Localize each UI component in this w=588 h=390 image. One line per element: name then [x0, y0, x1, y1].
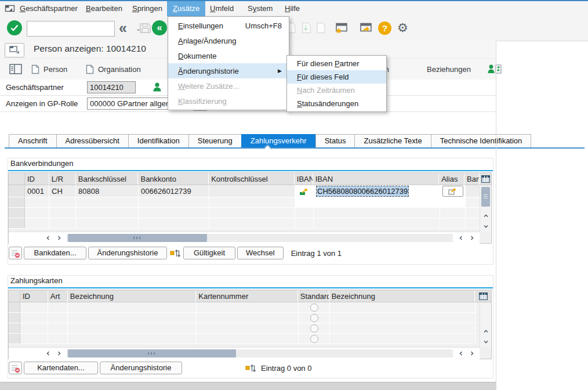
- bank-vertical-scrollbar[interactable]: [480, 186, 491, 232]
- menu-item-anlage-aenderung[interactable]: Anlage/Änderung: [168, 33, 289, 48]
- tab-zahlungsverkehr[interactable]: Zahlungsverkehr: [241, 134, 316, 148]
- beziehungen-button[interactable]: Beziehungen: [427, 59, 471, 80]
- command-field[interactable]: ⌄: [27, 21, 115, 37]
- compare-icon[interactable]: [244, 362, 257, 374]
- back-icon[interactable]: «: [119, 20, 127, 36]
- card-col-id[interactable]: ID: [20, 290, 48, 302]
- scroll-right-icon[interactable]: [53, 348, 64, 359]
- scroll-right-icon[interactable]: [466, 348, 477, 359]
- menu-item-einstellungen[interactable]: Einstellungen Umsch+F8: [168, 18, 289, 33]
- new-session-icon[interactable]: [335, 23, 348, 34]
- scroll-up-icon[interactable]: [480, 211, 491, 221]
- menu-geschaeftspartner[interactable]: Geschäftspartner: [20, 1, 78, 16]
- aenderungshistorie-button[interactable]: Änderungshistorie: [88, 247, 167, 259]
- scrollbar-thumb[interactable]: [68, 349, 236, 358]
- scroll-left-icon[interactable]: [42, 348, 53, 359]
- cell-bankschluessel[interactable]: 80808: [76, 185, 139, 197]
- bank-col-alias[interactable]: Alias: [439, 173, 464, 185]
- locator-toggle-button[interactable]: [9, 59, 22, 80]
- cell-lr[interactable]: CH: [49, 185, 76, 197]
- cell-id[interactable]: 0001: [25, 185, 49, 197]
- row-selector[interactable]: [9, 302, 20, 313]
- aenderungshistorie-button[interactable]: Änderungshistorie: [100, 362, 182, 374]
- help-icon[interactable]: ?: [378, 21, 391, 35]
- row-selector[interactable]: [9, 323, 20, 334]
- tab-status[interactable]: Status: [315, 134, 355, 148]
- gueltigkeit-button[interactable]: Gültigkeit: [183, 247, 235, 259]
- card-col-bezeichnung[interactable]: Bezeichnung: [68, 290, 196, 302]
- row-selector[interactable]: [9, 313, 20, 323]
- submenu-item-fuer-diesen-partner[interactable]: Für diesen Partner: [287, 57, 386, 70]
- menu-item-aenderungshistorie[interactable]: Änderungshistorie ▶: [168, 63, 289, 78]
- services-menu-button[interactable]: [5, 43, 24, 57]
- tab-identifikation[interactable]: Identifikation: [128, 134, 189, 148]
- card-col-kartennummer[interactable]: Kartennummer: [196, 290, 298, 302]
- tab-technische-identifikation[interactable]: Technische Identifikation: [431, 134, 532, 148]
- switch-partner-icon[interactable]: [487, 59, 502, 80]
- cell-iban[interactable]: CH5680808006626012739: [314, 185, 440, 197]
- tab-adressuebersicht[interactable]: Adressübersicht: [56, 134, 129, 148]
- menu-umfeld[interactable]: Umfeld: [210, 1, 234, 16]
- compare-icon[interactable]: [169, 247, 182, 259]
- scrollbar-track[interactable]: [67, 349, 453, 358]
- delete-row-button[interactable]: [9, 247, 22, 259]
- submenu-item-fuer-dieses-feld[interactable]: Für dieses Feld: [287, 70, 386, 84]
- scroll-left-icon[interactable]: [455, 348, 466, 359]
- customize-icon[interactable]: ⚙: [397, 21, 408, 35]
- iban-display-button[interactable]: [295, 185, 314, 197]
- cell-bankkonto[interactable]: 006626012739: [139, 185, 209, 197]
- scroll-right-icon[interactable]: [466, 233, 477, 243]
- card-col-standard[interactable]: Standard: [298, 290, 329, 302]
- card-vertical-scrollbar[interactable]: [480, 303, 491, 347]
- alias-button[interactable]: [442, 186, 463, 197]
- card-horizontal-scrollbar[interactable]: [9, 347, 480, 359]
- wechsel-button[interactable]: Wechsel: [237, 247, 284, 259]
- session-menu-icon[interactable]: [5, 4, 16, 13]
- scrollbar-track[interactable]: [67, 234, 453, 242]
- scroll-down-icon[interactable]: [480, 221, 491, 232]
- bank-col-iban-icon[interactable]: IBAN: [295, 173, 313, 185]
- cell-kontrollschluessel[interactable]: [209, 185, 295, 197]
- bank-col-lr[interactable]: L/R: [49, 173, 76, 185]
- organisation-button[interactable]: Organisation: [86, 59, 141, 80]
- menu-item-dokumente[interactable]: Dokumente: [168, 48, 289, 63]
- tab-zusaetzliche-texte[interactable]: Zusätzliche Texte: [354, 134, 431, 148]
- alias-cell[interactable]: [440, 185, 466, 197]
- table-settings-icon[interactable]: [480, 173, 491, 185]
- command-input[interactable]: [27, 22, 133, 35]
- scroll-left-icon[interactable]: [455, 233, 466, 243]
- menu-bearbeiten[interactable]: Bearbeiten: [86, 1, 122, 16]
- partner-number-field[interactable]: 10014210: [87, 81, 136, 93]
- scroll-up-icon[interactable]: [480, 326, 491, 337]
- scrollbar-thumb[interactable]: [481, 187, 490, 207]
- scroll-left-icon[interactable]: [42, 233, 53, 243]
- card-col-bezeichnung2[interactable]: Bezeichnung: [329, 290, 475, 302]
- bankdaten-button[interactable]: Bankdaten...: [24, 247, 86, 259]
- menu-hilfe[interactable]: Hilfe: [285, 1, 300, 16]
- iban-value-selected[interactable]: CH5680808006626012739: [316, 186, 409, 197]
- row-selector[interactable]: [9, 197, 25, 208]
- row-selector[interactable]: [9, 185, 25, 197]
- menu-zusaetze[interactable]: Zusätze: [167, 1, 205, 16]
- scroll-right-icon[interactable]: [53, 233, 64, 243]
- enter-button[interactable]: [7, 20, 22, 35]
- menu-springen[interactable]: Springen: [132, 1, 162, 16]
- person-button[interactable]: Person: [31, 59, 67, 80]
- scroll-down-icon[interactable]: [480, 337, 491, 347]
- card-col-art[interactable]: Art: [48, 290, 68, 302]
- bank-table-row[interactable]: 0001 CH 80808 006626012739 CH56808080066…: [9, 185, 491, 197]
- table-settings-icon[interactable]: [475, 290, 491, 302]
- row-selector[interactable]: [9, 218, 25, 229]
- submenu-item-statusaenderungen[interactable]: Statusänderungen: [287, 97, 386, 110]
- bank-col-bankkonto[interactable]: Bankkonto: [138, 173, 209, 185]
- bank-col-bankschluessel[interactable]: Bankschlüssel: [76, 173, 139, 185]
- bank-col-id[interactable]: ID: [25, 173, 49, 185]
- bank-horizontal-scrollbar[interactable]: [9, 232, 480, 244]
- bank-col-iban[interactable]: IBAN: [313, 173, 439, 185]
- row-selector[interactable]: [9, 208, 25, 218]
- bank-col-bank[interactable]: Bank: [464, 173, 480, 185]
- scrollbar-thumb[interactable]: [68, 234, 207, 242]
- delete-row-button[interactable]: [9, 362, 22, 374]
- tab-anschrift[interactable]: Anschrift: [9, 134, 57, 148]
- row-selector[interactable]: [9, 334, 20, 344]
